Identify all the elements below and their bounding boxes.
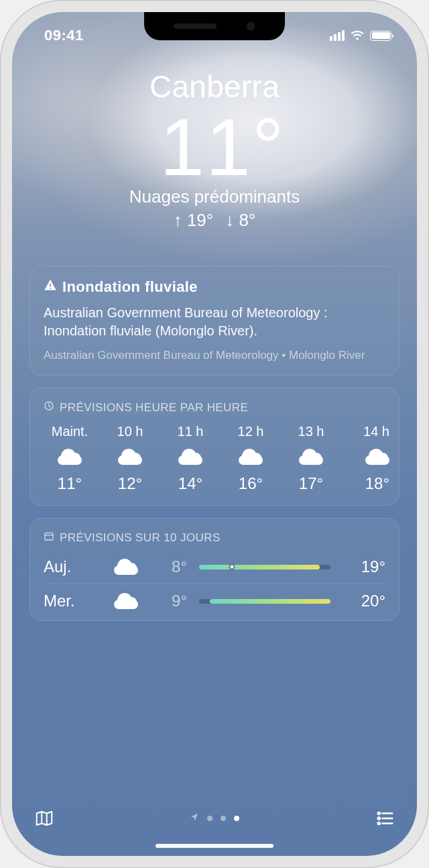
- alert-title: Inondation fluviale: [62, 278, 198, 296]
- hour-label: 12 h: [238, 424, 264, 439]
- hour-label: Maint.: [52, 424, 88, 439]
- battery-icon: [370, 31, 391, 41]
- hour-temp: 12°: [118, 474, 142, 493]
- daily-row[interactable]: Mer. 9° 20°: [44, 584, 385, 618]
- cloud-icon: [178, 449, 202, 465]
- page-indicator[interactable]: [190, 812, 239, 824]
- daily-list: Auj. 8° 19° Mer. 9° 20°: [44, 550, 385, 618]
- temp-range-bar: [199, 599, 330, 604]
- current-temperature: 11°: [46, 105, 400, 189]
- day-label: Mer.: [44, 592, 107, 610]
- home-indicator[interactable]: [156, 844, 273, 848]
- svg-point-6: [378, 822, 380, 824]
- hour-label: 14 h: [363, 424, 389, 439]
- map-button[interactable]: [32, 806, 56, 830]
- location-arrow-icon: [190, 812, 199, 824]
- clock-icon: [44, 400, 54, 415]
- page-dot[interactable]: [221, 816, 226, 821]
- hour-temp: 18°: [365, 474, 389, 493]
- cloud-icon: [114, 559, 138, 575]
- day-high: 19°: [343, 557, 385, 576]
- hour-label: 10 h: [117, 424, 143, 439]
- svg-point-2: [378, 812, 380, 814]
- screen: 09:41 Canberra 11° Nuages prédominants ↑…: [12, 12, 417, 856]
- day-icon: [107, 559, 145, 575]
- hour-temp: 14°: [178, 474, 202, 493]
- status-time: 09:41: [44, 27, 84, 44]
- status-right: [330, 30, 391, 41]
- notch: [144, 12, 285, 40]
- wifi-icon: [350, 30, 365, 41]
- day-low: 9°: [145, 592, 187, 610]
- alert-source: Australian Government Bureau of Meteorol…: [44, 348, 385, 363]
- daily-row[interactable]: Auj. 8° 19°: [44, 550, 385, 584]
- hourly-item[interactable]: 14 h 18°: [345, 424, 385, 493]
- cloud-icon: [118, 449, 142, 465]
- hour-temp: 16°: [239, 474, 263, 493]
- high-low: ↑ 19° ↓ 8°: [29, 210, 400, 231]
- daily-header: PRÉVISIONS SUR 10 JOURS: [60, 531, 221, 545]
- high-temp: ↑ 19°: [174, 210, 214, 231]
- cloud-icon: [299, 449, 323, 465]
- page-dot[interactable]: [234, 816, 239, 821]
- volume-up-button: [0, 207, 1, 267]
- hour-label: 13 h: [298, 424, 324, 439]
- locations-list-button[interactable]: [373, 806, 397, 830]
- hour-temp: 17°: [299, 474, 323, 493]
- hour-temp: 11°: [58, 474, 82, 493]
- warning-icon: [44, 278, 57, 296]
- daily-forecast-card[interactable]: PRÉVISIONS SUR 10 JOURS Auj. 8° 19° Mer.…: [29, 518, 400, 621]
- weather-content[interactable]: Canberra 11° Nuages prédominants ↑ 19° ↓…: [12, 12, 417, 856]
- current-conditions[interactable]: Canberra 11° Nuages prédominants ↑ 19° ↓…: [29, 68, 400, 231]
- hourly-header: PRÉVISIONS HEURE PAR HEURE: [60, 401, 248, 415]
- cloud-icon: [239, 449, 263, 465]
- current-temp-dot: [229, 564, 235, 570]
- hourly-item[interactable]: 11 h 14°: [164, 424, 217, 493]
- cellular-signal-icon: [330, 30, 345, 41]
- current-condition: Nuages prédominants: [29, 186, 400, 207]
- mute-switch: [0, 154, 1, 184]
- alert-body: Australian Government Bureau of Meteorol…: [44, 304, 385, 340]
- cloud-icon: [365, 449, 389, 465]
- temp-range-bar: [199, 565, 330, 569]
- device-frame: 09:41 Canberra 11° Nuages prédominants ↑…: [0, 0, 429, 868]
- hourly-item[interactable]: 13 h 17°: [285, 424, 337, 493]
- day-high: 20°: [343, 592, 385, 610]
- hourly-row[interactable]: Maint. 11° 10 h 12° 11 h 14° 12 h 16° 13…: [44, 424, 385, 493]
- day-label: Auj.: [44, 557, 107, 576]
- low-temp: ↓ 8°: [225, 210, 255, 231]
- day-low: 8°: [145, 557, 187, 576]
- svg-rect-1: [45, 533, 53, 540]
- page-dot[interactable]: [207, 816, 212, 821]
- volume-down-button: [0, 280, 1, 341]
- cloud-icon: [58, 449, 82, 465]
- location-name: Canberra: [29, 68, 400, 105]
- weather-alert-card[interactable]: Inondation fluviale Australian Governmen…: [29, 266, 400, 376]
- cloud-icon: [114, 593, 138, 609]
- calendar-icon: [44, 531, 54, 545]
- hourly-item[interactable]: 12 h 16°: [225, 424, 277, 493]
- hour-label: 11 h: [178, 424, 204, 439]
- hourly-item[interactable]: 10 h 12°: [104, 424, 156, 493]
- svg-point-4: [378, 818, 380, 820]
- hourly-forecast-card[interactable]: PRÉVISIONS HEURE PAR HEURE Maint. 11° 10…: [29, 388, 400, 506]
- hourly-item[interactable]: Maint. 11°: [44, 424, 96, 493]
- day-icon: [107, 593, 145, 609]
